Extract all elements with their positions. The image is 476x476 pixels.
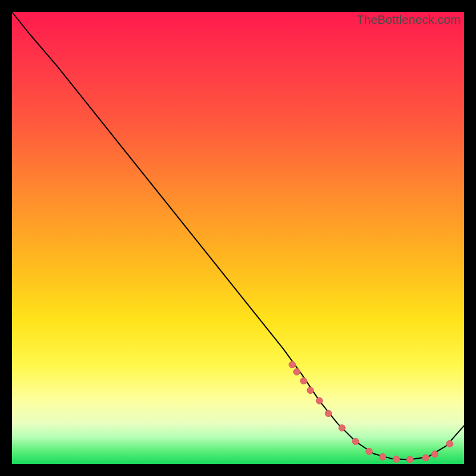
curve-marker — [307, 387, 314, 394]
curve-marker — [380, 453, 386, 460]
curve-marker — [339, 425, 345, 431]
curve-marker — [422, 455, 429, 461]
curve-marker — [352, 439, 359, 445]
curve-marker — [393, 456, 400, 462]
curve-marker — [406, 456, 413, 463]
chart-stage: TheBottleneck.com — [0, 0, 476, 476]
curve-marker — [366, 448, 372, 455]
curve-marker — [431, 451, 438, 458]
chart-plot-area: TheBottleneck.com — [12, 12, 464, 464]
curve-marker — [325, 410, 332, 416]
curve-marker — [316, 397, 322, 404]
curve-marker — [300, 378, 307, 384]
chart-overlay — [12, 12, 464, 464]
curve-marker — [289, 361, 296, 368]
curve-markers — [289, 361, 453, 463]
curve-line — [12, 12, 464, 459]
curve-marker — [446, 440, 453, 447]
curve-marker — [293, 368, 300, 375]
